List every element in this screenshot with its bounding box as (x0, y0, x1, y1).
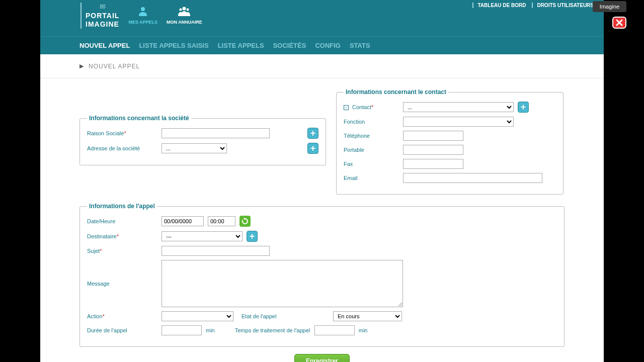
row-adresse-societe: Adresse de la société ... + (87, 143, 318, 154)
group-icon (178, 6, 191, 19)
collapse-icon[interactable]: − (344, 105, 349, 110)
label-date: Date/Heure (87, 218, 157, 224)
select-contact[interactable]: ... (403, 102, 514, 112)
select-adresse-societe[interactable]: ... (162, 143, 227, 153)
fieldset-appel: Informations de l'appel Date/Heure Desti… (79, 203, 565, 347)
logo-block: ✉ PORTAIL IMAGINE MES APPELS (80, 3, 202, 29)
sidebar-left (0, 0, 40, 362)
top-fieldsets: Informations concernant la société Raiso… (79, 88, 565, 195)
nav-directory[interactable]: MON ANNUAIRE (167, 6, 202, 25)
row-destinataire: Destinataire* --- + (87, 231, 557, 242)
label-message: Message (87, 281, 157, 287)
menu-liste-appels[interactable]: LISTE APPELS (218, 42, 264, 49)
legend-societe: Informations concernant la société (87, 115, 191, 122)
add-destinataire-button[interactable]: + (247, 231, 258, 242)
butterfly-icon: ✉ (86, 3, 119, 11)
row-action-etat: Action* Etat de l'appel En cours (87, 311, 557, 321)
select-destinataire[interactable]: --- (162, 231, 243, 241)
label-adresse-societe: Adresse de la société (87, 145, 157, 151)
input-sujet[interactable] (162, 246, 270, 256)
label-fonction: Fonction (344, 119, 399, 125)
form-area: Informations concernant la société Raiso… (40, 78, 604, 362)
row-raison-sociale: Raison Sociale* + (87, 128, 318, 139)
legend-contact: Informations concernant le contact (344, 88, 448, 96)
person-icon (138, 6, 148, 19)
menu-societes[interactable]: SOCIÉTÉS (273, 42, 306, 49)
portal-logo: ✉ PORTAIL IMAGINE (80, 3, 119, 29)
textarea-message[interactable] (162, 260, 403, 307)
unit-duree: min (206, 327, 215, 333)
header: ✉ PORTAIL IMAGINE MES APPELS (40, 0, 604, 36)
label-destinataire: Destinataire* (87, 233, 157, 239)
nav-my-calls-label: MES APPELS (128, 20, 157, 25)
portal-title: PORTAIL IMAGINE (86, 12, 119, 29)
row-message: Message (87, 260, 557, 307)
label-raison-sociale: Raison Sociale* (87, 130, 157, 136)
link-user-rights[interactable]: DROITS UTILISATEURS (532, 3, 594, 8)
input-telephone[interactable] (403, 131, 463, 141)
row-fax: Fax (344, 159, 556, 169)
input-email[interactable] (403, 173, 542, 183)
page: ✉ PORTAIL IMAGINE MES APPELS (0, 0, 644, 362)
row-sujet: Sujet* (87, 246, 557, 256)
add-adresse-button[interactable]: + (307, 143, 318, 154)
label-fax: Fax (344, 161, 399, 167)
nav-directory-label: MON ANNUAIRE (167, 20, 202, 25)
label-portable: Portable (344, 147, 399, 153)
portal-title-line1: PORTAIL (86, 12, 119, 20)
imagine-badge: Imagine (593, 1, 626, 12)
submit-row: Enregistrer (79, 354, 565, 362)
label-sujet: Sujet* (87, 248, 157, 254)
chevron-right-icon: ▶ (79, 63, 84, 69)
input-raison-sociale[interactable] (162, 128, 270, 138)
label-telephone: Téléphone (344, 133, 399, 139)
label-etat: Etat de l'appel (237, 313, 329, 319)
row-telephone: Téléphone (344, 131, 556, 141)
fieldset-societe: Informations concernant la société Raiso… (79, 115, 326, 165)
input-date[interactable] (162, 216, 204, 226)
sidebar-right (604, 0, 644, 362)
label-email: Email (344, 175, 399, 181)
add-contact-button[interactable]: + (518, 102, 529, 113)
refresh-datetime-button[interactable] (239, 216, 251, 227)
menu-config[interactable]: CONFIG (315, 42, 341, 49)
close-button[interactable] (612, 17, 626, 29)
menu-nouvel-appel[interactable]: NOUVEL APPEL (79, 42, 130, 49)
save-button[interactable]: Enregistrer (294, 354, 350, 362)
row-portable: Portable (344, 145, 556, 155)
row-email: Email (344, 173, 556, 183)
row-contact: − Contact* ... + (344, 102, 556, 113)
input-temps[interactable] (314, 325, 355, 335)
menubar: NOUVEL APPEL LISTE APPELS SAISIS LISTE A… (40, 36, 604, 54)
label-contact: − Contact* (344, 104, 399, 111)
top-links: TABLEAU DE BORD DROITS UTILISATEURS Imag… (472, 3, 594, 8)
portal-title-line2: IMAGINE (86, 20, 119, 29)
svg-point-0 (141, 7, 145, 11)
label-duree: Durée de l'appel (87, 327, 157, 333)
input-duree[interactable] (162, 325, 202, 335)
svg-point-3 (187, 9, 189, 11)
menu-stats[interactable]: STATS (350, 42, 370, 49)
row-duree-temps: Durée de l'appel min Temps de traitement… (87, 325, 557, 335)
label-temps: Temps de traitement de l'appel (219, 327, 310, 333)
select-etat[interactable]: En cours (333, 311, 402, 321)
breadcrumb: ▶ NOUVEL APPEL (40, 54, 604, 78)
add-societe-button[interactable]: + (307, 128, 318, 139)
svg-point-2 (180, 9, 182, 11)
input-fax[interactable] (403, 159, 463, 169)
menu-liste-appels-saisis[interactable]: LISTE APPELS SAISIS (139, 42, 208, 49)
unit-temps: min (359, 327, 368, 333)
breadcrumb-label: NOUVEL APPEL (89, 63, 140, 70)
select-fonction[interactable] (403, 117, 514, 127)
row-fonction: Fonction (344, 117, 556, 127)
refresh-icon (242, 218, 249, 225)
fieldset-contact: Informations concernant le contact − Con… (336, 88, 564, 195)
link-dashboard[interactable]: TABLEAU DE BORD (472, 3, 526, 8)
content: ✉ PORTAIL IMAGINE MES APPELS (40, 0, 604, 362)
svg-point-1 (183, 7, 186, 11)
input-time[interactable] (208, 216, 235, 226)
label-action: Action* (87, 313, 157, 319)
select-action[interactable] (162, 311, 233, 321)
nav-my-calls[interactable]: MES APPELS (128, 6, 157, 25)
input-portable[interactable] (403, 145, 463, 155)
